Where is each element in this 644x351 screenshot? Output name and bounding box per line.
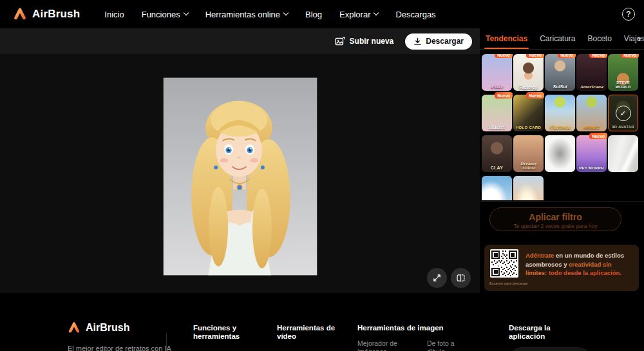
- apply-filter-subtitle: Te quedan 2 veces gratis para hoy: [490, 223, 621, 229]
- tab-boceto[interactable]: Boceto: [588, 28, 612, 49]
- page-footer: AirBrush El mejor editor de retratos con…: [0, 293, 644, 351]
- footer-col-descarga-app: Descarga la aplicación: [509, 324, 580, 351]
- filter-thumb-sketch[interactable]: [545, 135, 575, 172]
- airbrush-logo-icon: [68, 321, 80, 334]
- filter-label: Facemoji: [514, 85, 543, 90]
- nav-item-blog[interactable]: Blog: [305, 10, 322, 19]
- filter-thumb-avatar-3d[interactable]: 3D Avatar✓: [608, 95, 638, 131]
- footer-logo[interactable]: AirBrush: [68, 321, 129, 334]
- nuevo-badge: Nuevo: [526, 92, 544, 99]
- filter-thumb-clay[interactable]: Clay: [482, 135, 512, 172]
- filter-thumb-pet-morph[interactable]: NuevoPet Morph: [576, 135, 607, 172]
- tabs-scroll-right-icon[interactable]: ›: [638, 28, 641, 49]
- upload-new-button[interactable]: Subir nueva: [335, 37, 394, 46]
- nuevo-badge: Nuevo: [526, 54, 544, 58]
- chevron-down-icon: [374, 10, 379, 15]
- download-button[interactable]: Descargar: [405, 33, 472, 50]
- tab-caricatura[interactable]: Caricatura: [540, 28, 575, 49]
- filter-label: Animez: [577, 126, 606, 130]
- apply-filter-button[interactable]: Aplicar filtro Te quedan 2 veces gratis …: [489, 207, 621, 231]
- top-nav-bar: AirBrush Inicio Funciones Herramientas o…: [0, 0, 644, 28]
- nav-item-funciones[interactable]: Funciones: [142, 10, 188, 19]
- compare-before-after-icon: [456, 274, 466, 282]
- filter-label: Clay: [482, 166, 511, 171]
- filter-thumb-pixie[interactable]: NuevoPixie: [482, 54, 512, 91]
- nav-item-explorar[interactable]: Explorar: [339, 10, 378, 19]
- grid-divider: [480, 201, 644, 202]
- chevron-down-icon: [183, 10, 188, 15]
- footer-divider: [166, 333, 167, 351]
- footer-col-title: Funciones y herramientas: [193, 324, 254, 341]
- promo-text: Adéntrate en un mundo de estilos asombro…: [526, 251, 634, 278]
- nuevo-badge: Nuevo: [589, 54, 607, 58]
- nav-item-descargas[interactable]: Descargas: [395, 10, 435, 19]
- nuevo-badge: Nuevo: [589, 133, 607, 139]
- main-nav: Inicio Funciones Herramientas online Blo…: [104, 10, 435, 19]
- filter-label: Steve World: [609, 81, 638, 90]
- footer-col-funciones: Funciones y herramientas Retoque con IA: [193, 324, 254, 351]
- footer-col-imagen: Herramientas de imagen Mejorador de imág…: [357, 324, 499, 351]
- nav-item-inicio[interactable]: Inicio: [104, 10, 124, 19]
- filter-thumb-steve-world[interactable]: NuevoSteve World: [608, 54, 638, 91]
- app-store-button[interactable]: [509, 347, 591, 351]
- nuevo-badge: Nuevo: [495, 92, 513, 99]
- nuevo-badge: Nuevo: [495, 54, 513, 58]
- filters-grid: NuevoPixieNuevoFacemojiNuevoSuiSuiNuevoA…: [482, 54, 640, 200]
- filter-label: Pet Morph: [577, 166, 606, 171]
- filter-thumb-sky[interactable]: [482, 176, 512, 200]
- apply-filter-label: Aplicar filtro: [490, 212, 621, 222]
- expand-icon: [433, 274, 441, 282]
- qr-caption: Escaneo para descargar: [489, 281, 519, 285]
- brand-name: AirBrush: [86, 322, 129, 334]
- filter-thumb-light-blank[interactable]: [608, 135, 638, 172]
- qr-code: [490, 249, 518, 278]
- nuevo-badge: Nuevo: [621, 54, 639, 58]
- filters-sidebar: Tendencias Caricatura Boceto Viajes › Nu…: [480, 28, 644, 293]
- download-icon: [413, 37, 422, 46]
- filter-label: 3D Avatar: [609, 125, 637, 129]
- qr-block: Escaneo para descargar: [489, 249, 519, 285]
- footer-col-video: Herramientas de vídeo AI Video Enhancer: [277, 324, 341, 351]
- airbrush-logo[interactable]: AirBrush: [13, 7, 80, 21]
- filter-thumb-cartoon[interactable]: Cartoon: [545, 95, 575, 131]
- filter-label: Pixie: [482, 84, 511, 90]
- upload-image-icon: [335, 37, 345, 46]
- filter-thumb-animez[interactable]: Animez: [576, 95, 607, 131]
- filter-label: Dreamy Anime: [514, 162, 543, 171]
- filter-thumb-facemoji[interactable]: NuevoFacemoji: [513, 54, 544, 91]
- filter-thumb-suisui[interactable]: NuevoSuiSui: [545, 54, 575, 91]
- filter-label: Hikari: [482, 125, 511, 130]
- filter-label: Holo Card: [514, 126, 543, 130]
- tab-viajes[interactable]: Viajes: [624, 28, 644, 49]
- image-canvas: [0, 54, 480, 293]
- editor-area: Subir nueva Descargar: [0, 28, 480, 293]
- editor-toolbar: Subir nueva Descargar: [0, 28, 480, 54]
- help-icon[interactable]: ?: [622, 8, 635, 21]
- filter-category-tabs: Tendencias Caricatura Boceto Viajes ›: [480, 28, 644, 50]
- app-promo-card: Escaneo para descargar Adéntrate en un m…: [484, 245, 639, 291]
- filter-label: SuiSui: [545, 84, 574, 90]
- selected-check-icon: ✓: [616, 106, 631, 121]
- canvas-actions: [427, 268, 471, 288]
- compare-button[interactable]: [451, 268, 471, 288]
- filter-label: Americana: [577, 85, 606, 90]
- fullscreen-button[interactable]: [427, 268, 447, 288]
- nav-item-herramientas-online[interactable]: Herramientas online: [205, 10, 288, 19]
- filter-thumb-americana[interactable]: NuevoAmericana: [576, 54, 607, 91]
- chevron-down-icon: [283, 10, 289, 15]
- footer-link-mejorador[interactable]: Mejorador de imágenes: [357, 339, 404, 351]
- footer-tagline: El mejor editor de retratos con IA: [68, 345, 171, 351]
- main-area: Subir nueva Descargar: [0, 28, 644, 293]
- filter-thumb-hikari[interactable]: NuevoHikari: [482, 95, 512, 131]
- nuevo-badge: Nuevo: [558, 54, 576, 58]
- edited-portrait-image[interactable]: [163, 77, 317, 276]
- footer-link-foto-dibujo[interactable]: De foto a dibujo: [427, 339, 473, 351]
- filter-label: Cartoon: [545, 125, 574, 130]
- filter-thumb-holo-card[interactable]: NuevoHolo Card: [513, 95, 544, 131]
- footer-col-title: Herramientas de imagen: [357, 324, 499, 332]
- brand-name: AirBrush: [32, 8, 80, 21]
- filter-thumb-dreamy-anime[interactable]: Dreamy Anime: [513, 135, 544, 172]
- filter-thumb-sunset[interactable]: [513, 176, 544, 200]
- tab-tendencias[interactable]: Tendencias: [486, 28, 527, 49]
- footer-col-title: Herramientas de vídeo: [277, 324, 341, 341]
